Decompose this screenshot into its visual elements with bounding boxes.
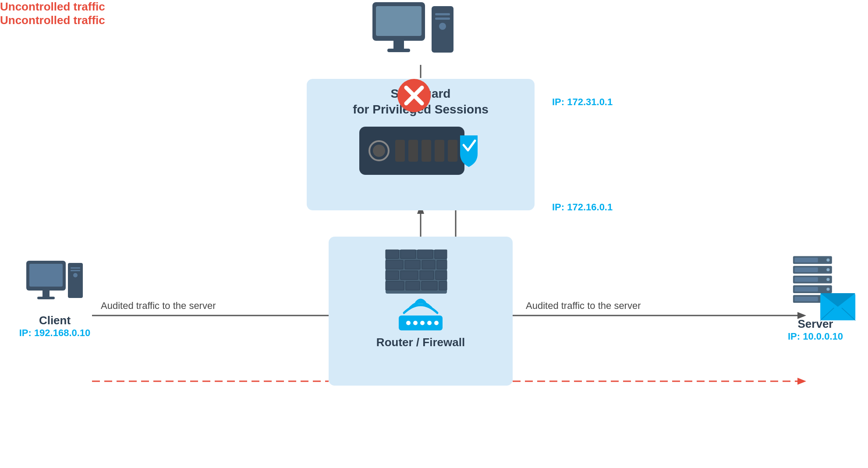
audited-traffic-label-right: Audited traffic to the server [526,300,641,312]
svg-point-61 [427,321,432,325]
arrows-svg [0,0,868,468]
audited-traffic-label-left: Audited traffic to the server [101,300,216,312]
svg-rect-14 [43,291,50,297]
client-ip-prefix: IP: [19,327,34,338]
svg-rect-17 [71,267,80,269]
svg-rect-30 [794,287,818,292]
svg-point-65 [373,145,385,157]
server-ip-prefix: IP: [788,331,803,342]
diagram: Client IP: 192.168.0.10 [0,0,868,468]
svg-rect-68 [422,140,431,162]
svg-point-58 [406,321,411,325]
svg-rect-21 [794,258,818,262]
svg-rect-27 [794,277,818,282]
server-ip-value: 10.0.0.10 [803,331,843,342]
svg-rect-45 [405,260,420,269]
svg-rect-48 [386,271,399,280]
svg-point-78 [439,23,446,30]
client-label: Client [18,314,92,327]
svg-rect-15 [37,297,55,299]
svg-rect-77 [435,18,450,20]
svg-point-28 [826,278,829,281]
svg-rect-47 [437,260,447,269]
svg-rect-49 [400,271,418,280]
router-icon [377,245,464,333]
svg-rect-52 [386,281,404,290]
server-ip: IP: 10.0.0.10 [776,331,855,342]
svg-rect-73 [393,41,404,49]
router-label: Router / Firewall [329,336,513,349]
svg-rect-44 [386,260,403,269]
svg-rect-76 [435,13,450,15]
svg-rect-46 [422,260,435,269]
svg-rect-18 [71,270,80,271]
svg-marker-11 [797,378,806,385]
svg-rect-67 [408,140,418,162]
svg-point-62 [434,321,439,325]
workstation-icon [368,0,464,67]
safeguard-device-icon [359,122,482,179]
svg-rect-53 [406,281,420,290]
client-ip: IP: 192.168.0.10 [18,327,92,339]
svg-rect-40 [386,250,399,259]
svg-point-59 [413,321,418,325]
svg-point-56 [418,299,423,304]
svg-rect-54 [422,281,437,290]
svg-rect-74 [387,49,410,52]
svg-rect-43 [435,250,447,259]
svg-rect-66 [395,140,405,162]
ip-label-top: IP: 172.31.0.1 [552,96,613,108]
svg-rect-42 [418,250,433,259]
svg-rect-69 [435,140,444,162]
router-firewall-box: Router / Firewall [329,237,513,386]
svg-rect-41 [400,250,416,259]
svg-rect-33 [794,297,818,301]
server-icon [789,254,842,316]
svg-rect-72 [376,6,422,36]
svg-point-19 [73,273,78,277]
server-section: Server IP: 10.0.0.10 [776,254,855,342]
client-icon [24,259,85,311]
svg-rect-24 [794,267,818,272]
svg-rect-55 [439,281,447,290]
svg-rect-50 [420,271,434,280]
ip-label-bottom: IP: 172.16.0.1 [552,202,613,213]
svg-rect-51 [436,271,447,280]
svg-rect-13 [29,264,63,287]
block-icon [397,78,432,113]
client-section: Client IP: 192.168.0.10 [18,259,92,339]
svg-rect-70 [448,140,457,162]
svg-point-25 [826,268,829,271]
svg-point-31 [826,287,829,291]
svg-point-22 [826,259,829,262]
client-ip-value: 192.168.0.10 [34,327,90,338]
svg-point-60 [420,321,425,325]
